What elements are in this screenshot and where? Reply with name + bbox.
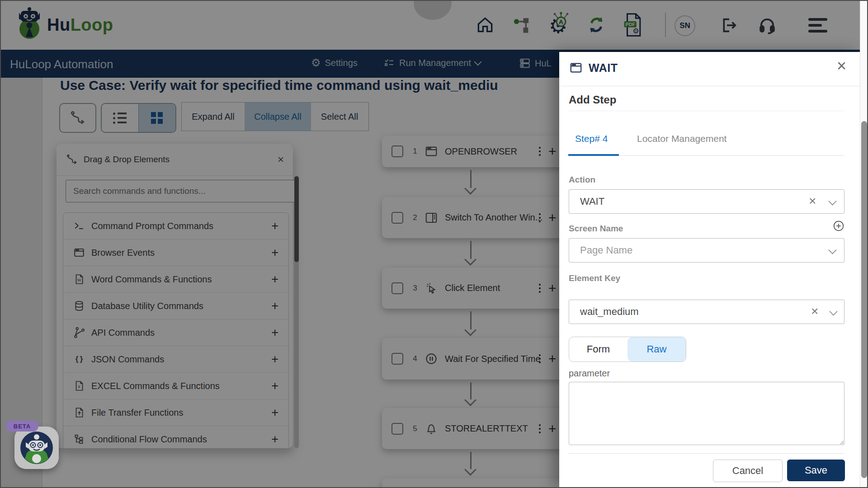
browser-window-icon (569, 61, 583, 75)
add-step-drawer: WAIT × Add Step Step# 4 Locator Manageme… (559, 52, 860, 488)
screen-name-select[interactable] (569, 238, 844, 263)
footer-divider (569, 453, 844, 454)
raw-toggle-button[interactable]: Raw (627, 337, 686, 361)
screen-name-label: Screen Name (569, 224, 623, 234)
cancel-button[interactable]: Cancel (713, 460, 783, 482)
parameter-label: parameter (569, 368, 610, 379)
drawer-heading: Add Step (569, 94, 616, 106)
robot-avatar-icon (19, 431, 54, 465)
element-key-select[interactable] (569, 300, 844, 324)
assistant-robot-button[interactable] (14, 427, 59, 469)
save-button[interactable]: Save (787, 460, 845, 481)
form-raw-toggle: Form Raw (569, 337, 686, 362)
drawer-header-divider (559, 86, 860, 86)
beta-badge: BETA (6, 421, 38, 432)
active-tab-indicator (568, 154, 619, 156)
drawer-title: WAIT (589, 61, 618, 75)
heading-divider (569, 111, 844, 111)
huloop-app: HuLoop ⚙ (0, 0, 868, 488)
page-scrollbar[interactable] (860, 0, 868, 488)
form-toggle-button[interactable]: Form (569, 337, 627, 361)
page-scrollbar-thumb[interactable] (861, 121, 867, 478)
parameter-textarea[interactable] (569, 382, 844, 445)
clear-icon[interactable]: × (809, 195, 816, 207)
tab-locator-management[interactable]: Locator Management (637, 133, 726, 144)
circle-plus-icon[interactable] (833, 220, 844, 232)
action-select[interactable] (569, 189, 844, 214)
clear-icon[interactable]: × (811, 305, 818, 318)
element-key-label: Element Key (569, 273, 620, 283)
close-icon[interactable]: × (837, 56, 846, 75)
action-label: Action (569, 175, 595, 185)
tab-step[interactable]: Step# 4 (575, 133, 608, 144)
